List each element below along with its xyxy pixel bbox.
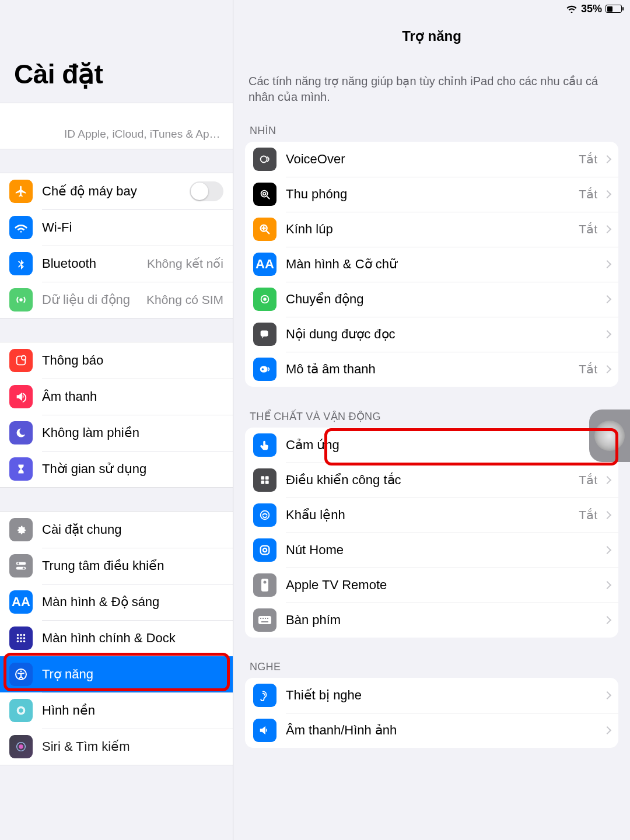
apple-id-name [12,111,221,128]
sidebar-item-notifications[interactable]: Thông báo [0,342,233,379]
home-screen-label: Màn hình chính & Dock [42,631,223,646]
bluetooth-icon [9,252,33,275]
svg-point-0 [19,298,23,302]
battery-icon [606,5,622,13]
row-keyboard[interactable]: Bàn phím [245,603,618,638]
card-vision: VoiceOver Tắt Thu phóng Tắt Kính lúp Tắt [245,142,618,387]
svg-point-13 [17,640,19,643]
svg-rect-34 [265,481,269,484]
motion-icon [253,288,276,311]
chevron-right-icon [603,190,611,198]
sidebar-group-general: Cài đặt chung Trung tâm điều khiển AA Mà… [0,511,233,765]
sidebar-group-connectivity: Chế độ máy bay Wi-Fi Bluetooth Không kết… [0,173,233,318]
gear-icon [9,518,33,541]
sidebar-item-cellular[interactable]: Dữ liệu di động Không có SIM [0,282,233,318]
svg-point-27 [264,298,266,300]
sidebar-group-alerts: Thông báo Âm thanh Không làm phiền Thời … [0,342,233,488]
text-size-icon: AA [9,590,33,614]
svg-rect-38 [261,579,268,592]
chevron-right-icon [603,616,611,624]
switch-control-value: Tắt [579,473,597,487]
chevron-right-icon [603,476,611,484]
battery-percent: 35% [581,3,602,15]
svg-point-6 [23,567,24,569]
assistivetouch-nub[interactable] [589,410,630,462]
section-header-physical: THỂ CHẤT VÀ VẬN ĐỘNG [245,404,618,428]
chevron-right-icon [603,726,611,734]
svg-point-11 [20,637,22,639]
voiceover-label: VoiceOver [286,152,579,167]
hearing-devices-label: Thiết bị nghe [286,688,601,703]
home-button-label: Nút Home [286,542,601,558]
sidebar-item-wallpaper[interactable]: Hình nền [0,692,233,729]
sidebar-item-bluetooth[interactable]: Bluetooth Không kết nối [0,246,233,282]
airplane-toggle[interactable] [190,181,223,201]
display-label: Màn hình & Độ sáng [42,594,223,610]
sidebar-item-control-center[interactable]: Trung tâm điều khiển [0,548,233,584]
detail-title: Trợ năng [233,16,630,74]
text-size-icon: AA [253,253,276,276]
sound-icon [9,385,33,408]
svg-rect-42 [262,618,264,619]
notifications-icon [9,349,33,372]
sidebar-item-home-screen[interactable]: Màn hình chính & Dock [0,620,233,656]
spoken-content-icon [253,323,276,346]
sidebar-item-airplane[interactable]: Chế độ máy bay [0,173,233,209]
svg-point-17 [20,671,22,673]
screentime-label: Thời gian sử dụng [42,461,223,477]
row-hearing-devices[interactable]: Thiết bị nghe [245,678,618,713]
sidebar-item-screentime[interactable]: Thời gian sử dụng [0,451,233,487]
sound-label: Âm thanh [42,389,223,404]
zoom-label: Thu phóng [286,187,579,202]
accessibility-label: Trợ năng [42,667,223,682]
sidebar-item-dnd[interactable]: Không làm phiền [0,415,233,451]
row-voice-control[interactable]: Khẩu lệnh Tắt [245,498,618,533]
svg-rect-29 [260,366,268,373]
row-home-button[interactable]: Nút Home [245,533,618,568]
wifi-status-icon [566,5,578,13]
row-motion[interactable]: Chuyển động [245,282,618,317]
row-audio-desc[interactable]: Mô tả âm thanh Tắt [245,352,618,387]
row-zoom[interactable]: Thu phóng Tắt [245,177,618,212]
row-spoken-content[interactable]: Nội dung được đọc [245,317,618,352]
svg-point-39 [264,581,267,584]
row-display-text[interactable]: AA Màn hình & Cỡ chữ [245,247,618,282]
row-voiceover[interactable]: VoiceOver Tắt [245,142,618,177]
apple-id-card[interactable]: ID Apple, iCloud, iTunes & App St… [0,103,233,149]
sidebar-item-accessibility[interactable]: Trợ năng [0,656,233,692]
section-header-hearing: NGHE [245,655,618,678]
control-center-label: Trung tâm điều khiển [42,558,223,573]
svg-point-22 [261,156,267,163]
chevron-right-icon [603,691,611,699]
svg-rect-44 [267,618,268,619]
switch-control-label: Điều khiển công tắc [286,473,579,488]
sidebar-item-general[interactable]: Cài đặt chung [0,512,233,548]
row-switch-control[interactable]: Điều khiển công tắc Tắt [245,463,618,498]
sidebar-item-sound[interactable]: Âm thanh [0,379,233,415]
voice-control-value: Tắt [579,508,597,522]
row-audio-visual[interactable]: Âm thanh/Hình ảnh [245,713,618,748]
svg-point-12 [23,637,26,639]
magnifier-icon [253,218,276,241]
motion-label: Chuyển động [286,292,601,307]
chevron-right-icon [603,260,611,268]
row-magnifier[interactable]: Kính lúp Tắt [245,212,618,247]
apple-tv-remote-label: Apple TV Remote [286,578,601,593]
svg-point-37 [263,548,267,552]
svg-rect-36 [261,546,270,555]
detail-intro: Các tính năng trợ năng giúp bạn tùy chỉn… [245,74,618,119]
sidebar-item-wifi[interactable]: Wi-Fi [0,209,233,246]
card-physical: Cảm ứng Điều khiển công tắc Tắt Khẩu lện… [245,428,618,638]
row-touch[interactable]: Cảm ứng [245,428,618,463]
ear-icon [253,684,276,707]
svg-point-19 [19,708,23,712]
sidebar-item-display[interactable]: AA Màn hình & Độ sáng [0,584,233,620]
magnifier-value: Tắt [579,222,597,236]
row-apple-tv-remote[interactable]: Apple TV Remote [245,568,618,603]
detail-scroll[interactable]: Các tính năng trợ năng giúp bạn tùy chỉn… [233,74,630,840]
siri-icon [9,735,33,758]
hourglass-icon [9,457,33,481]
sidebar-item-siri[interactable]: Siri & Tìm kiếm [0,729,233,765]
display-text-label: Màn hình & Cỡ chữ [286,257,601,272]
voiceover-value: Tắt [579,152,597,166]
